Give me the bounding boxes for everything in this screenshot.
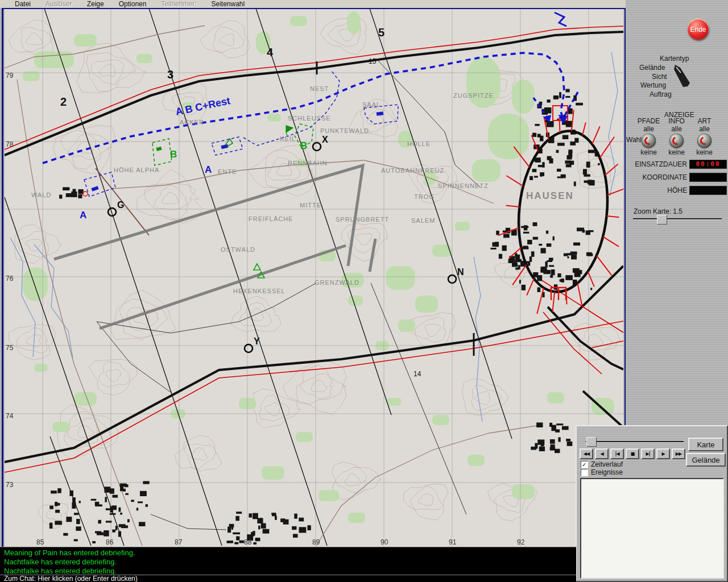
line-number-label: 15 xyxy=(369,57,377,65)
forest-patch xyxy=(296,432,313,442)
building xyxy=(76,519,80,524)
building xyxy=(567,256,569,258)
building xyxy=(251,532,254,536)
place-label: AUTOBAHNKREUZ xyxy=(381,167,444,174)
building xyxy=(531,447,536,450)
step-forward-button[interactable]: ▶| xyxy=(641,448,655,459)
building xyxy=(272,514,276,517)
building xyxy=(499,254,502,259)
building xyxy=(66,517,72,522)
step-back-button[interactable]: |◀ xyxy=(610,448,624,459)
building xyxy=(294,514,297,519)
menu-item-seitenwahl[interactable]: Seitenwahl xyxy=(211,0,245,8)
building xyxy=(492,242,497,247)
forest-patch xyxy=(348,513,365,523)
building xyxy=(299,518,304,522)
forest-patch xyxy=(398,319,415,332)
forest-patch xyxy=(466,57,500,108)
building xyxy=(533,222,537,226)
grid-number-bottom: 89 xyxy=(312,538,320,546)
building xyxy=(512,261,517,266)
timeline-slider-thumb[interactable] xyxy=(586,437,597,447)
anzeige-col-bottom-label: keine xyxy=(663,148,690,156)
gelaende-button[interactable]: Gelände xyxy=(686,453,726,467)
building xyxy=(227,541,233,543)
kartentyp-option-sicht[interactable]: Sicht xyxy=(652,73,667,81)
building xyxy=(567,442,573,446)
kartentyp-option-gelände[interactable]: Gelände xyxy=(639,64,665,72)
building xyxy=(566,439,570,441)
kartentyp-option-wertung[interactable]: Wertung xyxy=(640,81,666,89)
building xyxy=(253,513,258,519)
building xyxy=(59,195,62,199)
display-value-einsatzdauer: 00:00 xyxy=(689,160,727,169)
building xyxy=(106,521,111,522)
stop-button[interactable]: ■ xyxy=(626,448,639,459)
building xyxy=(74,513,78,515)
building xyxy=(565,160,570,164)
building xyxy=(588,149,595,153)
building xyxy=(55,503,60,506)
menu-item-datei[interactable]: Datei xyxy=(15,0,31,8)
display-value-höhe xyxy=(689,186,727,195)
forward-fast-button[interactable]: ▶▶ xyxy=(672,448,685,459)
anzeige-col-bottom-label: keine xyxy=(690,148,718,156)
display-label: EINSATZDAUER xyxy=(626,160,689,168)
map-zoom-slider-thumb[interactable] xyxy=(657,215,667,225)
building xyxy=(588,253,593,256)
building xyxy=(540,174,542,177)
pfade-knob[interactable] xyxy=(642,134,656,148)
checkbox-row-zeitverlauf: ✓Zeitverlauf xyxy=(581,460,623,468)
place-label: MITTE xyxy=(300,202,321,209)
kartentyp-option-auftrag[interactable]: Auftrag xyxy=(650,90,672,98)
building xyxy=(235,516,239,521)
rewind-fast-button[interactable]: ◀◀ xyxy=(580,448,593,459)
building xyxy=(261,523,266,529)
karte-button[interactable]: Karte xyxy=(688,438,723,451)
menu-item-optionen[interactable]: Optionen xyxy=(119,0,147,8)
chat-status-text: Zum Chat: Hier klicken (oder Enter drück… xyxy=(4,575,138,582)
menu-item-zeige[interactable]: Zeige xyxy=(87,0,104,8)
building xyxy=(69,490,73,496)
map-zoom-slider-track[interactable] xyxy=(633,218,722,220)
building xyxy=(583,169,587,174)
anzeige-col-label: INFO xyxy=(663,117,690,125)
menu-bar: DateiAuslöserZeigeOptionenTeilnehmer:Sei… xyxy=(0,0,626,8)
building xyxy=(556,423,563,425)
ende-button[interactable]: Ende xyxy=(688,19,709,40)
building xyxy=(540,269,547,273)
display-label: HÖHE xyxy=(626,186,689,194)
building xyxy=(104,487,110,492)
event-listbox[interactable] xyxy=(580,478,724,579)
forest-patch xyxy=(290,16,307,26)
zeitverlauf-checkbox[interactable]: ✓ xyxy=(581,461,588,468)
building xyxy=(502,246,507,251)
building xyxy=(78,194,82,198)
grid-number-bottom: 91 xyxy=(449,538,457,546)
info-knob[interactable] xyxy=(669,134,684,148)
forest-patch xyxy=(387,398,402,406)
building xyxy=(590,288,592,290)
building xyxy=(66,193,73,197)
play-reverse-button[interactable]: ◀ xyxy=(595,448,609,459)
menu-item-teilnehmer: Teilnehmer: xyxy=(161,0,196,8)
building xyxy=(79,501,81,503)
building xyxy=(553,236,555,240)
unit-letter: B xyxy=(300,140,307,151)
art-knob[interactable] xyxy=(697,134,712,148)
building xyxy=(231,525,233,530)
building xyxy=(539,447,545,452)
chat-status-bar[interactable]: Zum Chat: Hier klicken (oder Enter drück… xyxy=(0,575,576,582)
ereignisse-checkbox[interactable] xyxy=(581,469,588,476)
play-button[interactable]: ▶ xyxy=(656,448,670,459)
building xyxy=(51,490,57,493)
grid-number-bottom: 88 xyxy=(244,538,252,546)
building xyxy=(550,439,555,444)
grid-number-left: 73 xyxy=(6,481,14,489)
place-label: HÖLLE xyxy=(407,140,431,147)
timeline-slider-track[interactable] xyxy=(586,441,684,443)
checkbox-label: Ereignisse xyxy=(591,468,623,476)
anzeige-col-label: PFADE xyxy=(635,117,663,125)
building xyxy=(574,181,576,186)
building xyxy=(234,542,238,544)
